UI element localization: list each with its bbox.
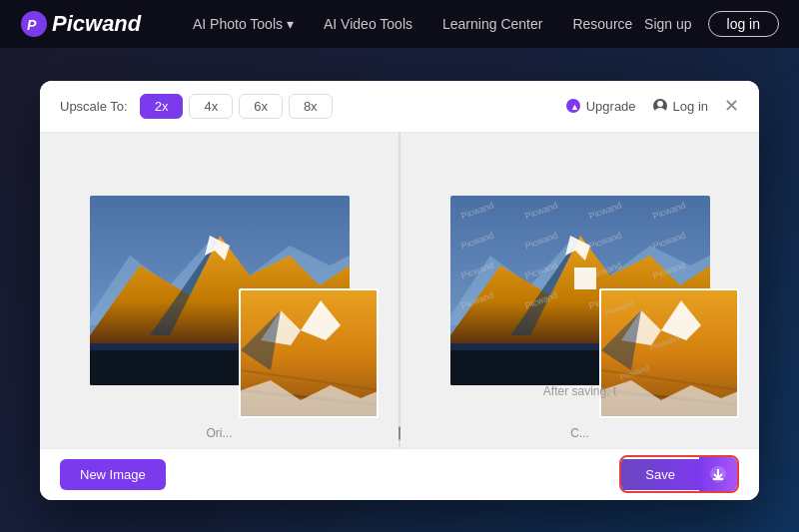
zoom-overlay-right: Picwand Picwand Picwand: [599, 288, 739, 418]
nav-learning-center[interactable]: Learning Center: [442, 16, 542, 32]
signup-link[interactable]: Sign up: [644, 16, 691, 32]
svg-point-5: [657, 101, 663, 107]
zoom-overlay-left: [239, 288, 379, 418]
panel-content: Ori...: [40, 133, 759, 448]
compare-image-panel: Picwand Picwand Picwand Picwand Picwand …: [400, 133, 759, 448]
scale-6x-button[interactable]: 6x: [239, 94, 283, 119]
nav-ai-video-tools[interactable]: AI Video Tools: [324, 16, 412, 32]
compare-label: C...: [570, 426, 589, 440]
svg-text:P: P: [27, 17, 37, 33]
new-image-button[interactable]: New Image: [60, 459, 166, 490]
save-icon-button[interactable]: [699, 457, 737, 491]
save-button[interactable]: Save: [621, 459, 699, 490]
scale-4x-button[interactable]: 4x: [189, 94, 233, 119]
panel-login-button[interactable]: Log in: [652, 98, 708, 114]
download-icon: [709, 465, 727, 483]
scale-8x-button[interactable]: 8x: [289, 94, 333, 119]
upgrade-icon: ▲: [565, 98, 581, 114]
header-actions: ▲ Upgrade Log in ✕: [565, 97, 739, 115]
user-icon: [652, 98, 668, 114]
original-image-panel: Ori...: [40, 133, 399, 448]
main-area: Upscale To: 2x 4x 6x 8x ▲ Upgrade: [0, 48, 799, 532]
nav-ai-photo-tools[interactable]: AI Photo Tools ▾: [193, 16, 294, 32]
original-label: Ori...: [207, 426, 233, 440]
save-group: Save: [619, 455, 739, 493]
nav-actions: Sign up log in: [644, 11, 779, 37]
zoom-indicator: [574, 267, 596, 289]
navbar: P Picwand AI Photo Tools ▾ AI Video Tool…: [0, 0, 799, 48]
after-saving-text: After saving, t: [543, 384, 616, 398]
login-button[interactable]: log in: [708, 11, 779, 37]
upscale-label: Upscale To:: [60, 99, 128, 114]
svg-point-6: [655, 108, 665, 114]
panel-footer: New Image Save: [40, 448, 759, 500]
nav-resource[interactable]: Resource: [572, 16, 632, 32]
upgrade-button[interactable]: ▲ Upgrade: [565, 98, 636, 114]
panel: Upscale To: 2x 4x 6x 8x ▲ Upgrade: [40, 81, 759, 500]
scale-2x-button[interactable]: 2x: [140, 94, 184, 119]
close-button[interactable]: ✕: [724, 97, 739, 115]
logo[interactable]: P Picwand: [20, 10, 141, 38]
panel-header: Upscale To: 2x 4x 6x 8x ▲ Upgrade: [40, 81, 759, 133]
nav-links: AI Photo Tools ▾ AI Video Tools Learning…: [181, 16, 644, 32]
logo-text: Picwand: [52, 11, 141, 37]
scale-buttons: 2x 4x 6x 8x: [140, 94, 333, 119]
chevron-down-icon: ▾: [287, 16, 294, 32]
svg-text:▲: ▲: [570, 102, 579, 112]
